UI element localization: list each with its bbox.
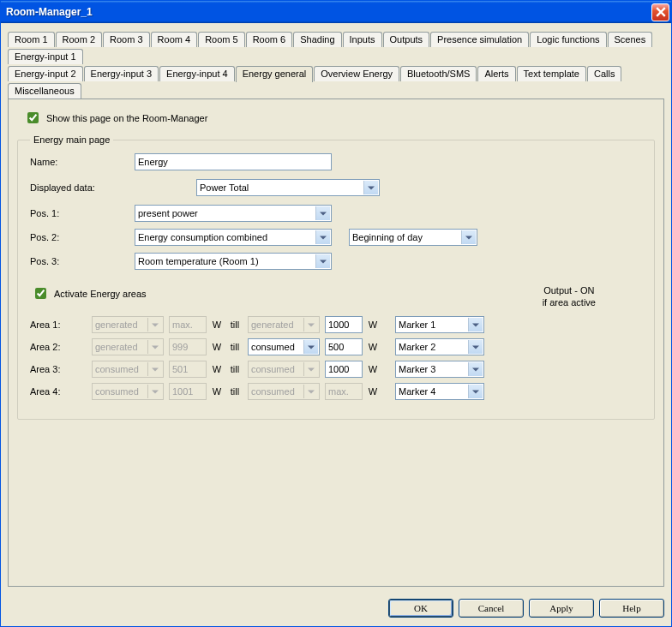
- unit-w: W: [368, 342, 378, 352]
- area-to-value: [325, 383, 363, 400]
- close-icon: [656, 7, 666, 17]
- area-to-value[interactable]: [325, 316, 363, 333]
- area-from-type-select: [92, 361, 164, 378]
- output-header: Output - ON if area active: [543, 285, 596, 309]
- unit-w: W: [368, 319, 378, 330]
- name-label: Name:: [30, 157, 135, 167]
- unit-w: W: [212, 342, 222, 352]
- tab-room-3[interactable]: Room 3: [103, 32, 150, 47]
- show-page-checkbox[interactable]: [27, 112, 39, 123]
- area-marker-select[interactable]: [395, 316, 484, 333]
- area-from-value: [169, 316, 207, 333]
- area-grid: Area 1:WtillWArea 2:WtillWArea 3:WtillWA…: [30, 316, 642, 400]
- unit-w: W: [368, 364, 378, 374]
- window-title: Room-Manager_1: [6, 6, 93, 18]
- area-label: Area 2:: [30, 342, 87, 352]
- tab-calls[interactable]: Calls: [587, 66, 621, 81]
- pos2-period-value[interactable]: [349, 229, 477, 246]
- displayed-data-select[interactable]: [196, 179, 380, 196]
- pos2-value[interactable]: [135, 229, 332, 246]
- area-to-value[interactable]: [325, 338, 363, 355]
- area-to-type-select[interactable]: [248, 338, 320, 355]
- help-button[interactable]: Help: [599, 599, 664, 618]
- tab-logic-functions[interactable]: Logic functions: [530, 32, 606, 47]
- tab-text-template[interactable]: Text template: [517, 66, 586, 81]
- unit-w: W: [212, 386, 222, 397]
- tab-bluetooth-sms[interactable]: Bluetooth/SMS: [400, 66, 477, 81]
- area-marker-select[interactable]: [395, 383, 484, 400]
- tab-presence-simulation[interactable]: Presence simulation: [430, 32, 529, 47]
- area-to-type-select: [248, 316, 320, 333]
- unit-w: W: [212, 319, 222, 330]
- area-marker-select[interactable]: [395, 338, 484, 355]
- pos1-select[interactable]: [135, 205, 332, 222]
- tab-scenes[interactable]: Scenes: [608, 32, 653, 47]
- energy-main-page-fieldset: Energy main page Name: Displayed data: P…: [17, 134, 655, 420]
- pos1-label: Pos. 1:: [30, 208, 135, 218]
- area-row-4: Area 4:WtillW: [30, 383, 642, 400]
- tab-alerts[interactable]: Alerts: [477, 66, 515, 81]
- tab-room-5[interactable]: Room 5: [198, 32, 245, 47]
- till-label: till: [227, 364, 243, 374]
- till-label: till: [227, 319, 243, 330]
- name-input[interactable]: [135, 153, 332, 170]
- area-row-2: Area 2:WtillW: [30, 338, 642, 355]
- tab-room-4[interactable]: Room 4: [151, 32, 198, 47]
- area-to-value[interactable]: [325, 361, 363, 378]
- dialog-window: Room-Manager_1 Room 1Room 2Room 3Room 4R…: [0, 0, 672, 627]
- apply-button[interactable]: Apply: [529, 599, 594, 618]
- area-from-value: [169, 338, 207, 355]
- tab-energy-input-1[interactable]: Energy-input 1: [8, 49, 83, 64]
- pos1-value[interactable]: [135, 205, 332, 222]
- ok-button[interactable]: OK: [388, 599, 453, 618]
- tab-energy-input-2[interactable]: Energy-input 2: [8, 66, 83, 81]
- titlebar: Room-Manager_1: [1, 1, 671, 23]
- pos2-label: Pos. 2:: [30, 232, 135, 242]
- area-from-type-select: [92, 383, 164, 400]
- area-to-type-select: [248, 361, 320, 378]
- tab-room-2[interactable]: Room 2: [56, 32, 103, 47]
- area-from-type-select: [92, 316, 164, 333]
- pos2-select[interactable]: [135, 229, 332, 246]
- area-marker-select[interactable]: [395, 361, 484, 378]
- unit-w: W: [212, 364, 222, 374]
- close-button[interactable]: [651, 3, 669, 21]
- area-row-1: Area 1:WtillW: [30, 316, 642, 333]
- tab-energy-input-3[interactable]: Energy-input 3: [84, 66, 159, 81]
- tab-room-6[interactable]: Room 6: [246, 32, 293, 47]
- area-from-type-select: [92, 338, 164, 355]
- fieldset-legend: Energy main page: [30, 134, 113, 145]
- area-label: Area 3:: [30, 364, 87, 374]
- tab-outputs[interactable]: Outputs: [383, 32, 430, 47]
- activate-areas-checkbox[interactable]: [35, 288, 46, 299]
- till-label: till: [227, 386, 243, 397]
- tab-strip: Room 1Room 2Room 3Room 4Room 5Room 6Shad…: [8, 30, 664, 99]
- tab-panel-energy-general: Show this page on the Room-Manager Energ…: [8, 99, 664, 587]
- client-area: Room 1Room 2Room 3Room 4Room 5Room 6Shad…: [1, 23, 671, 592]
- tab-shading[interactable]: Shading: [293, 32, 341, 47]
- area-to-type-select: [248, 383, 320, 400]
- show-page-label[interactable]: Show this page on the Room-Manager: [46, 113, 207, 123]
- area-row-3: Area 3:WtillW: [30, 361, 642, 378]
- displayed-data-label: Displayed data:: [30, 182, 135, 193]
- tab-energy-input-4[interactable]: Energy-input 4: [159, 66, 235, 81]
- till-label: till: [227, 342, 243, 352]
- displayed-data-value[interactable]: [196, 179, 380, 196]
- dialog-buttons: OK Cancel Apply Help: [1, 592, 671, 626]
- area-from-value: [169, 383, 207, 400]
- area-label: Area 1:: [30, 319, 87, 330]
- unit-w: W: [368, 386, 378, 397]
- cancel-button[interactable]: Cancel: [459, 599, 524, 618]
- pos3-select[interactable]: [135, 253, 332, 270]
- area-label: Area 4:: [30, 386, 87, 397]
- tab-miscellaneous[interactable]: Miscellaneous: [8, 83, 81, 99]
- area-from-value: [169, 361, 207, 378]
- tab-room-1[interactable]: Room 1: [8, 32, 55, 47]
- pos2-period-select[interactable]: [349, 229, 477, 246]
- tab-inputs[interactable]: Inputs: [343, 32, 382, 47]
- tab-energy-general[interactable]: Energy general: [236, 66, 314, 82]
- tab-overview-energy[interactable]: Overview Energy: [314, 66, 399, 81]
- activate-areas-label[interactable]: Activate Energy areas: [54, 289, 147, 299]
- pos3-value[interactable]: [135, 253, 332, 270]
- pos3-label: Pos. 3:: [30, 256, 135, 266]
